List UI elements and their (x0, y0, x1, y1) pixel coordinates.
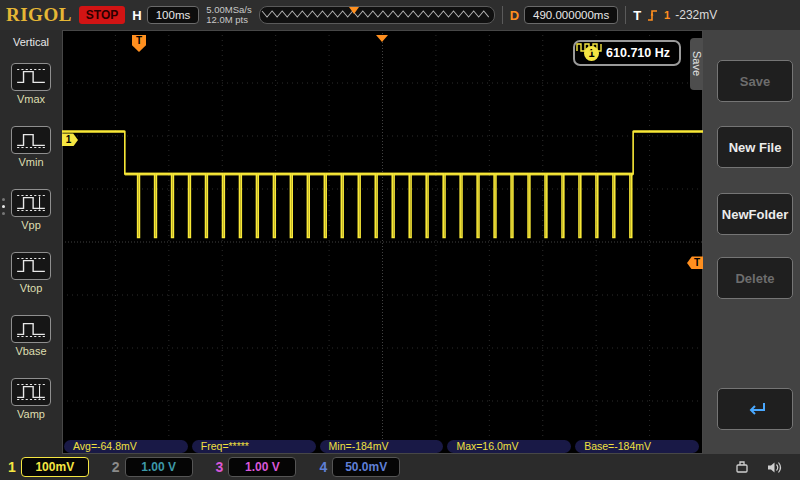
ch1-waveform-trace (62, 30, 703, 454)
trigger-source: 1 (664, 9, 670, 21)
ch1-zero-level-marker[interactable]: 1 (62, 133, 78, 146)
delay-group: D 490.000000ms (510, 6, 618, 24)
measure-item-vamp[interactable]: Vamp (0, 367, 62, 430)
sidebar-title: Vertical (13, 30, 49, 52)
vmax-waveform-icon (11, 63, 51, 91)
preview-trigger-position-icon[interactable] (349, 7, 359, 14)
channel-1-status[interactable]: 1 100mV (8, 457, 89, 477)
measurement-max: Max=16.0mV (447, 440, 571, 453)
trigger-edge-icon (646, 8, 659, 22)
delay-label: D (510, 8, 519, 23)
preview-waveform-icon (260, 7, 494, 21)
channel-3-status[interactable]: 3 1.00 V (216, 457, 297, 477)
measure-item-label: Vmax (17, 93, 45, 105)
return-arrow-icon (741, 400, 769, 418)
channel-3-number: 3 (216, 459, 224, 475)
channel-1-number: 1 (8, 459, 16, 475)
channel-3-scale: 1.00 V (228, 457, 296, 477)
measurement-base: Base=-184mV (575, 440, 699, 453)
channel-4-number: 4 (319, 459, 327, 475)
channel-2-status[interactable]: 2 1.00 V (112, 457, 193, 477)
menu-button-save[interactable]: Save (717, 60, 793, 102)
trigger-group: T 1 -232mV (633, 8, 717, 23)
measurement-min: Min=-184mV (320, 440, 444, 453)
menu-button-new-file[interactable]: New File (717, 126, 793, 168)
channel-1-scale: 100mV (21, 457, 89, 477)
channel-2-number: 2 (112, 459, 120, 475)
timebase-value[interactable]: 100ms (147, 6, 200, 24)
vpp-waveform-icon (11, 189, 51, 217)
measure-item-vtop[interactable]: Vtop (0, 241, 62, 304)
menu-tab-save[interactable]: Save (690, 38, 703, 90)
measurement-freq: Freq=***** (192, 440, 316, 453)
brand-logo: RIGOL (6, 4, 72, 26)
acquisition-info: 5.00MSa/s 12.0M pts (206, 5, 251, 25)
measure-item-vmin[interactable]: Vmin (0, 115, 62, 178)
measurement-results-bar: Avg=-64.8mV Freq=***** Min=-184mV Max=16… (64, 440, 699, 453)
menu-button-back[interactable] (717, 388, 793, 430)
save-menu-panel: Save Save New File NewFolder Delete (703, 30, 800, 454)
measure-item-label: Vtop (20, 282, 43, 294)
vbase-waveform-icon (11, 315, 51, 343)
measurement-avg: Avg=-64.8mV (64, 440, 188, 453)
vtop-waveform-icon (11, 252, 51, 280)
measure-item-label: Vamp (17, 408, 45, 420)
speaker-icon[interactable] (767, 461, 784, 474)
measure-item-vbase[interactable]: Vbase (0, 304, 62, 367)
divider (502, 6, 503, 24)
channel-2-scale: 1.00 V (125, 457, 193, 477)
trigger-level-marker[interactable]: T (687, 256, 703, 269)
trigger-label: T (633, 8, 641, 23)
horizontal-label: H (132, 8, 141, 23)
measure-sidebar: Vertical Vmax Vmin Vpp Vtop Vbase Vamp (0, 30, 62, 454)
frequency-counter-box: 1 610.710 Hz (573, 40, 681, 66)
graticule-grid (62, 30, 703, 454)
counter-frequency-value: 610.710 Hz (606, 46, 670, 60)
trigger-position-flag-icon[interactable]: T (132, 35, 146, 52)
vamp-waveform-icon (11, 378, 51, 406)
measure-item-label: Vmin (18, 156, 43, 168)
counter-channel-badge: 1 (584, 46, 599, 61)
measure-item-vpp[interactable]: Vpp (0, 178, 62, 241)
measure-item-label: Vbase (15, 345, 46, 357)
delay-value[interactable]: 490.000000ms (524, 6, 618, 24)
menu-button-delete[interactable]: Delete (717, 257, 793, 299)
delay-center-marker-icon (376, 35, 388, 42)
channel-4-status[interactable]: 4 50.0mV (319, 457, 400, 477)
menu-button-new-folder[interactable]: NewFolder (717, 193, 793, 235)
channel-status-bar: 1 100mV 2 1.00 V 3 1.00 V 4 50.0mV (0, 454, 800, 480)
memory-depth: 12.0M pts (206, 15, 251, 25)
page-indicator-dots (2, 198, 5, 215)
top-status-bar: RIGOL STOP H 100ms 5.00MSa/s 12.0M pts D… (0, 0, 800, 30)
usb-icon (734, 460, 750, 474)
run-state-badge[interactable]: STOP (79, 6, 125, 24)
trigger-level-value[interactable]: -232mV (675, 8, 717, 22)
waveform-preview-strip[interactable] (259, 6, 495, 24)
oscilloscope-screen: RIGOL STOP H 100ms 5.00MSa/s 12.0M pts D… (0, 0, 800, 480)
horizontal-group: H 100ms (132, 6, 199, 24)
measure-item-vmax[interactable]: Vmax (0, 52, 62, 115)
vmin-waveform-icon (11, 126, 51, 154)
channel-4-scale: 50.0mV (332, 457, 400, 477)
measure-item-label: Vpp (21, 219, 41, 231)
scope-display[interactable]: T 1 T 1 610.710 Hz Avg=-64.8mV Freq=****… (62, 30, 703, 454)
divider (625, 6, 626, 24)
